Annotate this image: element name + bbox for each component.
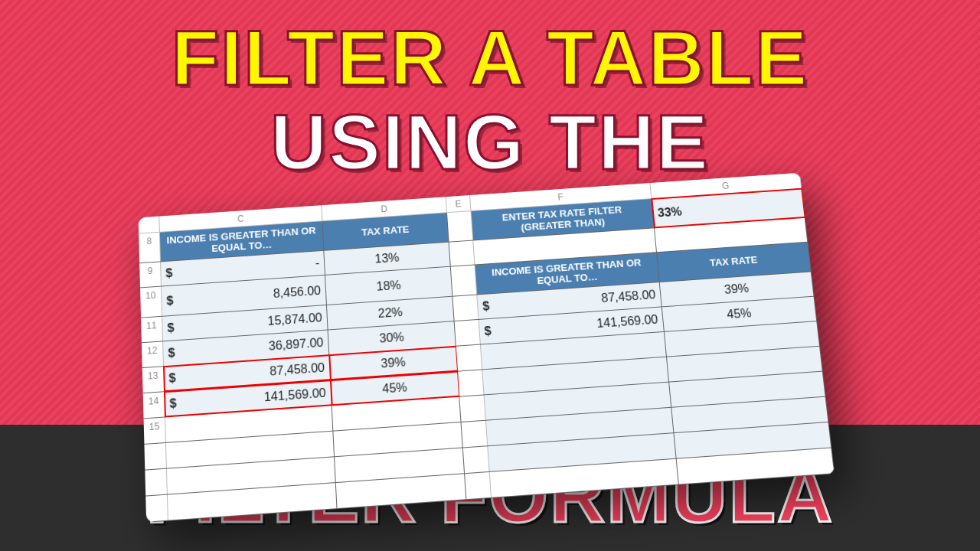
title-line-2: USING THE [0,98,980,187]
spreadsheet: C D E F G 8 INCOME IS GREATER THAN OR EQ… [139,173,835,523]
title-line-1: FILTER A TABLE [0,14,980,103]
spreadsheet-wrap: C D E F G 8 INCOME IS GREATER THAN OR EQ… [142,191,815,497]
